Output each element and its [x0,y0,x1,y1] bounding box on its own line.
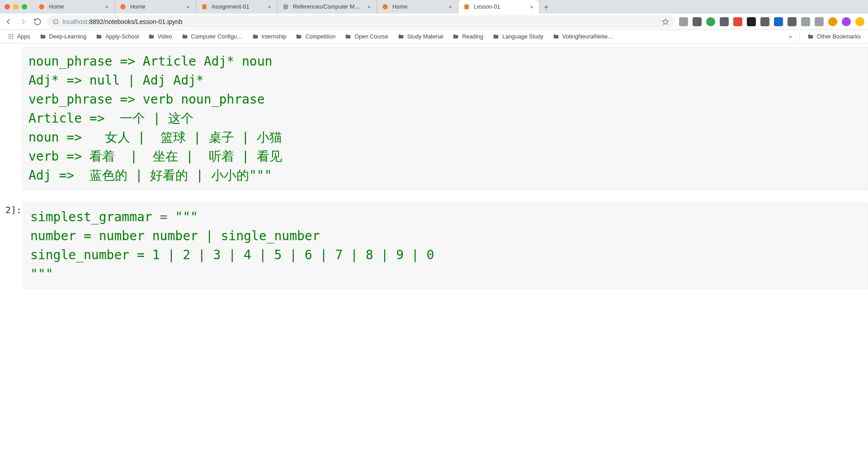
bookmarks-bar: Apps Deep-Learning Apply-School Video Co… [0,30,868,43]
bookmark-folder[interactable]: VotingNeuralNetw… [549,32,617,42]
close-icon[interactable]: × [104,4,110,10]
tabs-container: Home × Home × Assignment-01 × References… [33,0,868,14]
jupyter-icon [382,3,389,10]
folder-icon [397,33,405,40]
close-icon[interactable]: × [266,4,273,10]
bookmarks-overflow-icon[interactable]: » [785,33,796,40]
reload-button[interactable] [33,17,42,27]
notebook-icon [201,3,208,10]
window-zoom-button[interactable] [22,4,27,10]
url-path: :8892/notebooks/Lesson-01.ipynb [87,18,182,25]
bookmark-folder[interactable]: Deep-Learning [36,32,90,42]
bookmark-folder[interactable]: Reading [448,32,487,42]
folder-icon [39,33,47,40]
window-minimize-button[interactable] [13,4,19,10]
svg-point-1 [120,4,126,10]
jupyter-icon [38,3,45,10]
extension-icons [679,17,864,26]
svg-point-14 [10,36,11,37]
notebook-viewport[interactable]: noun_phrase => Article Adj* noun Adj* =>… [0,43,868,475]
code-input[interactable]: simplest_grammar = """ number = number n… [24,203,868,289]
window-controls [5,4,27,10]
bookmark-folder[interactable]: Video [144,32,176,42]
folder-icon [452,33,459,40]
tab-title: Assignment-01 [212,4,263,10]
apps-button[interactable]: Apps [4,32,34,42]
apps-grid-icon [7,33,14,40]
svg-point-13 [9,36,9,37]
svg-point-10 [9,34,9,35]
extension-icon[interactable] [760,17,769,26]
window-close-button[interactable] [5,4,10,10]
tab-home-1[interactable]: Home × [33,0,115,14]
extension-icon[interactable] [679,17,688,26]
bookmark-folder[interactable]: Apply-School [92,32,142,42]
extension-icon[interactable] [828,17,837,26]
bookmark-label: Language Study [502,33,543,40]
back-button[interactable] [4,17,14,27]
extension-icon[interactable] [693,17,702,26]
new-tab-button[interactable]: ＋ [540,0,552,14]
bookmark-label: Deep-Learning [49,33,87,40]
extension-icon[interactable] [815,17,824,26]
folder-icon [807,33,814,40]
tab-lesson-01[interactable]: Lesson-01 × [458,0,540,14]
close-icon[interactable]: × [185,4,191,10]
extension-icon[interactable] [855,17,864,26]
folder-icon [95,33,103,40]
code-line: Article => 一个 | 这个 [28,111,193,126]
code-token: = [152,209,175,224]
code-cell-2[interactable]: 2]: simplest_grammar = """ number = numb… [0,199,868,298]
folder-icon [252,33,259,40]
svg-point-16 [9,38,9,38]
code-line: verb => 看着 | 坐在 | 听着 | 看见 [28,149,282,164]
jupyter-icon [119,3,127,10]
svg-point-11 [10,34,11,35]
tab-assignment[interactable]: Assignment-01 × [196,0,278,14]
bookmark-folder[interactable]: Competition [292,32,339,42]
code-cell-1[interactable]: noun_phrase => Article Adj* noun Adj* =>… [0,43,868,199]
close-icon[interactable]: × [366,4,372,10]
address-bar[interactable]: localhost:8892/notebooks/Lesson-01.ipynb [47,15,675,28]
extension-icon[interactable] [801,17,810,26]
bookmark-folder[interactable]: Internship [248,32,290,42]
code-line: """ [30,266,53,281]
bookmark-folder[interactable]: Language Study [489,32,547,42]
code-line: number = number number | single_number [30,228,320,243]
close-icon[interactable]: × [447,4,453,10]
extension-icon[interactable] [747,17,756,26]
code-line: Adj* => null | Adj Adj* [28,73,204,88]
cell-prompt: 2]: [2,204,22,215]
bookmark-folder[interactable]: Open Course [341,32,392,42]
svg-rect-3 [283,5,288,10]
extension-icon[interactable] [774,17,783,26]
bookmark-folder[interactable]: Study Material [394,32,447,42]
forward-button[interactable] [18,17,28,27]
profile-avatar-icon[interactable] [842,17,851,26]
extension-icon[interactable] [788,17,797,26]
tab-home-3[interactable]: Home × [377,0,458,14]
close-icon[interactable]: × [528,4,535,10]
browser-toolbar: localhost:8892/notebooks/Lesson-01.ipynb [0,14,868,30]
tab-home-2[interactable]: Home × [115,0,196,14]
tab-references[interactable]: References/Computer Machine × [278,0,377,14]
folder-icon [492,33,500,40]
bookmark-star-icon[interactable] [662,18,669,25]
bookmark-label: VotingNeuralNetw… [562,33,613,40]
bookmark-folder[interactable]: Computer Configu… [178,32,246,42]
tab-title: References/Computer Machine [293,4,362,10]
tab-title: Lesson-01 [474,4,525,10]
site-info-icon[interactable] [52,19,59,25]
extension-icon[interactable] [720,17,729,26]
other-bookmarks-label: Other Bookmarks [817,33,861,40]
other-bookmarks-folder[interactable]: Other Bookmarks [803,32,864,42]
folder-icon [344,33,352,40]
bookmark-label: Internship [262,33,287,40]
bookmark-label: Reading [462,33,483,40]
code-input[interactable]: noun_phrase => Article Adj* noun Adj* =>… [22,47,868,190]
extension-icon[interactable] [706,17,715,26]
svg-point-0 [39,4,44,10]
bookmark-label: Competition [305,33,335,40]
url-host: localhost [62,18,87,25]
extension-icon[interactable] [733,17,742,26]
